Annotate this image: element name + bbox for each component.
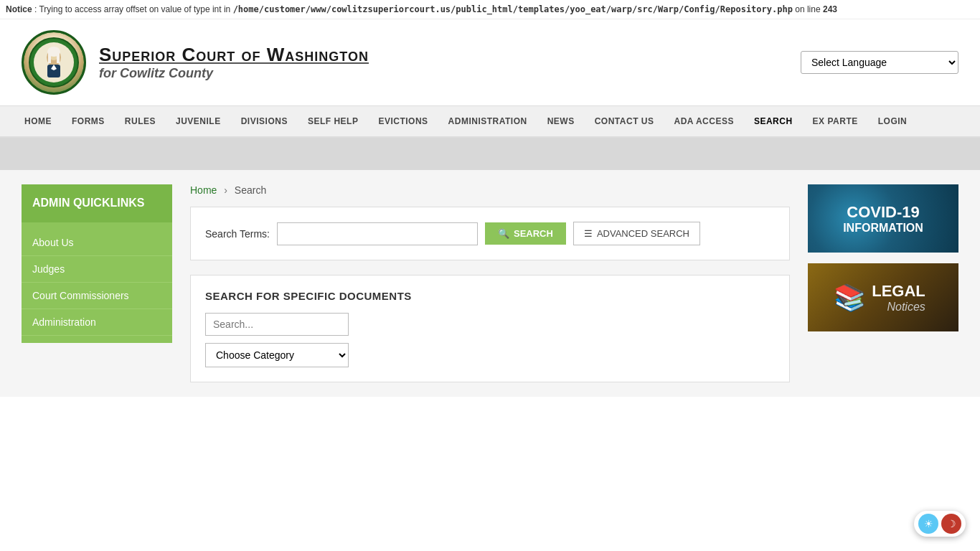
sidebar-link[interactable]: Judges — [22, 256, 172, 282]
sidebar-link-item: Judges — [22, 256, 172, 283]
nav-item-divisions[interactable]: DIVISIONS — [231, 106, 298, 136]
sidebar-link[interactable]: Administration — [22, 309, 172, 335]
nav-item-evictions[interactable]: EVICTIONS — [368, 106, 438, 136]
notice-message: : Trying to access array offset on value… — [34, 4, 230, 14]
nav-item-forms[interactable]: FORMS — [62, 106, 115, 136]
language-dropdown[interactable]: Select LanguageSpanishFrenchGermanRussia… — [801, 51, 958, 74]
specific-docs-title: SEARCH FOR SPECIFIC DOCUMENTS — [205, 290, 775, 302]
nav-item-juvenile[interactable]: JUVENILE — [166, 106, 231, 136]
nav-item-login[interactable]: LOGIN — [868, 106, 918, 136]
site-header: 1889 Superior Court of Washington for Co… — [0, 19, 980, 106]
search-btn-label: SEARCH — [514, 228, 553, 239]
sidebar-header: ADMIN QUICKLINKS — [22, 184, 172, 222]
covid-title: COVID-19 — [843, 203, 923, 222]
nav-item-administration[interactable]: ADMINISTRATION — [438, 106, 537, 136]
sidebar-link[interactable]: Court Commissioners — [22, 283, 172, 309]
legal-sub: Notices — [872, 301, 925, 314]
advanced-search-icon: ☰ — [584, 228, 593, 239]
search-terms-input[interactable] — [277, 222, 478, 245]
breadcrumb-separator: › — [224, 184, 227, 196]
nav-item-ada-access[interactable]: ADA ACCESS — [664, 106, 743, 136]
sidebar-link[interactable]: About Us — [22, 230, 172, 255]
nav-item-news[interactable]: NEWS — [537, 106, 585, 136]
legal-title: LEGAL — [872, 282, 925, 301]
search-terms-label: Search Terms: — [205, 228, 270, 240]
sidebar-link-item: Administration — [22, 309, 172, 336]
svg-rect-6 — [57, 53, 60, 63]
search-icon: 🔍 — [498, 228, 509, 239]
main-layout: ADMIN QUICKLINKS About UsJudgesCourt Com… — [0, 170, 980, 397]
nav-item-self-help[interactable]: SELF HELP — [298, 106, 369, 136]
nav-item-contact-us[interactable]: CONTACT US — [585, 106, 664, 136]
right-sidebar: COVID-19 INFORMATION 📚 LEGAL Notices — [808, 184, 958, 382]
covid-text: COVID-19 INFORMATION — [843, 203, 923, 235]
covid-banner[interactable]: COVID-19 INFORMATION — [808, 184, 958, 253]
search-terms-row: Search Terms: 🔍 SEARCH ☰ ADVANCED SEARCH — [205, 222, 775, 245]
header-left: 1889 Superior Court of Washington for Co… — [22, 30, 369, 95]
gray-spacer — [0, 138, 980, 170]
notice-suffix: on line — [795, 4, 820, 14]
specific-docs-section: SEARCH FOR SPECIFIC DOCUMENTS Choose Cat… — [190, 275, 790, 382]
covid-sub: INFORMATION — [843, 222, 923, 235]
advanced-search-label: ADVANCED SEARCH — [597, 228, 689, 239]
main-nav: HOMEFORMSRULESJUVENILEDIVISIONSSELF HELP… — [0, 106, 980, 138]
breadcrumb-current: Search — [235, 184, 266, 196]
site-title: Superior Court of Washington for Cowlitz… — [99, 44, 369, 81]
sidebar-link-item: Court Commissioners — [22, 283, 172, 309]
legal-text: LEGAL Notices — [872, 282, 933, 314]
svg-rect-5 — [48, 53, 51, 63]
doc-search-input[interactable] — [205, 313, 349, 336]
left-sidebar: ADMIN QUICKLINKS About UsJudgesCourt Com… — [22, 184, 172, 382]
search-form-section: Search Terms: 🔍 SEARCH ☰ ADVANCED SEARCH — [190, 207, 790, 260]
site-logo[interactable]: 1889 — [22, 30, 86, 95]
language-selector[interactable]: Select LanguageSpanishFrenchGermanRussia… — [801, 51, 958, 74]
sidebar-links: About UsJudgesCourt CommissionersAdminis… — [22, 222, 172, 343]
doc-category-select[interactable]: Choose CategoryFormsRulesCourt OrdersLoc… — [205, 343, 349, 367]
nav-list: HOMEFORMSRULESJUVENILEDIVISIONSSELF HELP… — [0, 106, 980, 136]
advanced-search-button[interactable]: ☰ ADVANCED SEARCH — [573, 222, 700, 245]
notice-path: /home/customer/www/cowlitzsuperiorcourt.… — [233, 4, 793, 14]
notice-label: Notice — [6, 4, 32, 14]
nav-item-home[interactable]: HOME — [14, 106, 62, 136]
breadcrumb: Home › Search — [190, 184, 790, 196]
legal-notices-banner[interactable]: 📚 LEGAL Notices — [808, 263, 958, 331]
nav-item-search[interactable]: SEARCH — [744, 106, 803, 136]
main-content: Home › Search Search Terms: 🔍 SEARCH ☰ A… — [190, 184, 790, 382]
sidebar-link-item: About Us — [22, 230, 172, 256]
notice-line: 243 — [823, 4, 837, 14]
svg-text:1889: 1889 — [51, 83, 58, 87]
breadcrumb-home[interactable]: Home — [190, 184, 217, 196]
error-notice: Notice : Trying to access array offset o… — [0, 0, 980, 19]
search-button[interactable]: 🔍 SEARCH — [485, 222, 566, 245]
nav-item-rules[interactable]: RULES — [115, 106, 166, 136]
nav-item-ex-parte[interactable]: EX PARTE — [803, 106, 868, 136]
site-title-sub: for Cowlitz County — [99, 66, 369, 81]
site-title-main: Superior Court of Washington — [99, 44, 369, 66]
